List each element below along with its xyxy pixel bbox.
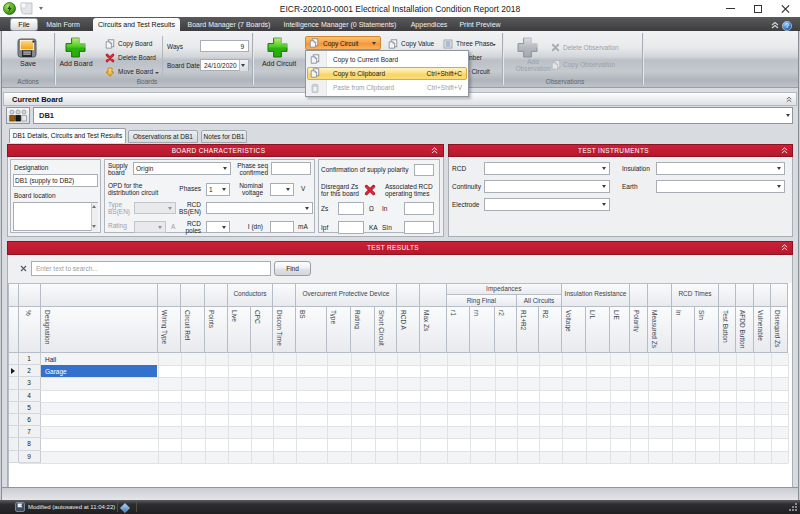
svg-text:?: ?	[785, 22, 789, 29]
